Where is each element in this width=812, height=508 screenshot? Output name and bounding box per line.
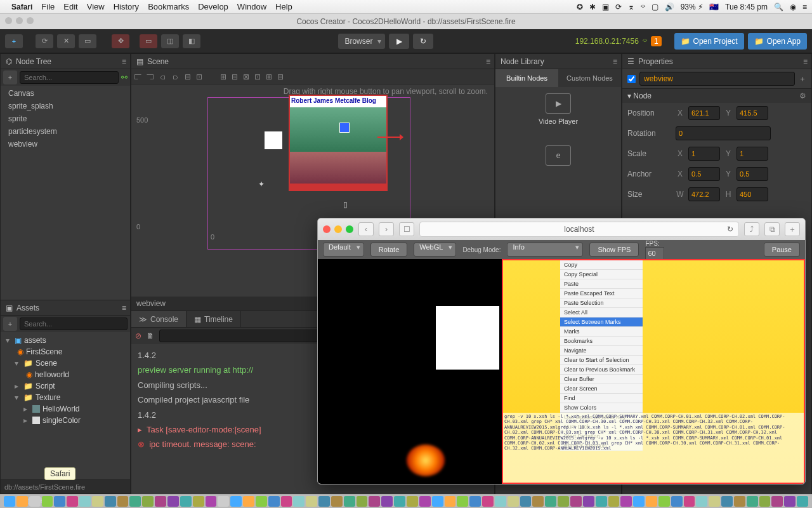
tool-move[interactable]: ✥ bbox=[112, 34, 129, 48]
dock-app-icon[interactable] bbox=[369, 496, 380, 507]
dock-app-icon[interactable] bbox=[142, 496, 154, 507]
tool-rect[interactable]: ▭ bbox=[140, 34, 157, 48]
dock-app-icon[interactable] bbox=[520, 496, 532, 507]
dock-app-icon[interactable] bbox=[318, 496, 330, 507]
dock-app-icon[interactable] bbox=[4, 496, 15, 507]
add-node-button[interactable]: + bbox=[5, 34, 23, 48]
position-x-input[interactable]: 621.1 bbox=[688, 106, 720, 120]
tool-widget[interactable]: ▭ bbox=[79, 34, 96, 48]
siri-icon[interactable]: ◉ bbox=[790, 3, 796, 11]
dock-app-icon[interactable] bbox=[206, 496, 217, 507]
menu-file[interactable]: File bbox=[41, 2, 55, 11]
dock-app-icon[interactable] bbox=[457, 496, 468, 507]
clock[interactable]: Tue 8:45 pm bbox=[725, 3, 768, 11]
reload-icon[interactable]: ↻ bbox=[727, 225, 733, 234]
anchor-x-input[interactable]: 0.5 bbox=[688, 167, 720, 181]
pause-button[interactable]: Pause bbox=[764, 243, 800, 257]
align-tool[interactable]: ⊟ bbox=[232, 72, 238, 81]
dock-app-icon[interactable] bbox=[469, 496, 481, 507]
panel-menu-icon[interactable]: ≡ bbox=[486, 57, 490, 66]
address-bar[interactable]: localhost↻ bbox=[419, 222, 739, 237]
tray-icon[interactable]: ✱ bbox=[589, 3, 596, 11]
back-button[interactable]: ‹ bbox=[358, 222, 374, 236]
align-tool[interactable]: ⊡ bbox=[196, 72, 202, 81]
webview-item-icon[interactable]: e bbox=[546, 145, 571, 166]
dock-app-icon[interactable] bbox=[633, 496, 645, 507]
dock-app-icon[interactable] bbox=[306, 496, 317, 507]
dock-app-icon[interactable] bbox=[709, 496, 720, 507]
fps-input[interactable]: 60 bbox=[645, 247, 664, 260]
size-h-input[interactable]: 450 bbox=[737, 187, 768, 201]
dock-app-icon[interactable] bbox=[583, 496, 594, 507]
dock-app-icon[interactable] bbox=[256, 496, 267, 507]
menu-bookmarks[interactable]: Bookmarks bbox=[148, 2, 189, 11]
particle-gizmo-icon[interactable]: ✦ bbox=[258, 180, 265, 189]
dock-app-icon[interactable] bbox=[620, 496, 632, 507]
node-active-checkbox[interactable] bbox=[627, 75, 636, 83]
tool-anchor[interactable]: ◫ bbox=[161, 34, 179, 48]
dock-app-icon[interactable] bbox=[92, 496, 103, 507]
video-player-icon[interactable]: ▶ bbox=[546, 93, 571, 114]
timeline-tab[interactable]: ▦Timeline bbox=[187, 311, 241, 327]
scale-x-input[interactable]: 1 bbox=[688, 147, 720, 161]
dock-app-icon[interactable] bbox=[734, 496, 745, 507]
dock-app-icon[interactable] bbox=[29, 496, 41, 507]
asset-item[interactable]: ▾▣assets bbox=[1, 335, 130, 346]
sprite-node[interactable] bbox=[265, 131, 282, 149]
dock-app-icon[interactable] bbox=[193, 496, 204, 507]
flag-icon[interactable]: 🇦🇺 bbox=[709, 3, 719, 11]
asset-item[interactable]: ▾📁Scene bbox=[1, 358, 130, 369]
dock-app-icon[interactable] bbox=[545, 496, 556, 507]
tool-close[interactable]: ✕ bbox=[57, 34, 75, 48]
wifi-icon[interactable]: ⌔ bbox=[641, 3, 645, 11]
align-tool[interactable]: ⊞ bbox=[220, 72, 226, 81]
node-library-item[interactable]: Video Player bbox=[539, 117, 578, 125]
selection-handle[interactable] bbox=[339, 123, 350, 133]
asset-item[interactable]: ◉FirstScene bbox=[1, 346, 130, 358]
dock-app-icon[interactable] bbox=[508, 496, 519, 507]
tool-scale[interactable]: ◧ bbox=[183, 34, 200, 48]
gear-icon[interactable]: ⚙ bbox=[799, 91, 806, 100]
tree-node[interactable]: sprite_splash bbox=[1, 100, 130, 112]
show-fps-button[interactable]: Show FPS bbox=[589, 243, 639, 257]
webview-gizmo-icon[interactable]: ▯ bbox=[343, 200, 348, 209]
volume-icon[interactable]: 🔊 bbox=[665, 3, 674, 11]
dock-app-icon[interactable] bbox=[67, 496, 78, 507]
asset-item[interactable]: ▸singleColor bbox=[1, 415, 130, 426]
open-app-button[interactable]: 📁Open App bbox=[748, 33, 807, 50]
align-tool[interactable]: ⊡ bbox=[254, 72, 261, 81]
tray-icon[interactable]: ✪ bbox=[577, 3, 583, 11]
dock-app-icon[interactable] bbox=[129, 496, 141, 507]
menu-history[interactable]: History bbox=[114, 2, 139, 11]
dock-app-icon[interactable] bbox=[558, 496, 569, 507]
dock-app-icon[interactable] bbox=[495, 496, 506, 507]
asset-item[interactable]: ◉helloworld bbox=[1, 369, 130, 380]
dock-app-icon[interactable] bbox=[42, 496, 53, 507]
dock-app-icon[interactable] bbox=[721, 496, 733, 507]
node-tree-search[interactable] bbox=[20, 71, 119, 84]
transform-arrow-x[interactable] bbox=[377, 137, 403, 138]
bluetooth-icon[interactable]: ⌆ bbox=[628, 3, 634, 11]
panel-menu-icon[interactable]: ≡ bbox=[613, 57, 617, 66]
dock-app-icon[interactable] bbox=[381, 496, 393, 507]
spotlight-icon[interactable]: 🔍 bbox=[774, 3, 783, 11]
zoom-window[interactable] bbox=[27, 17, 34, 24]
webview-node[interactable]: Robert James Metcalfe Blog bbox=[289, 95, 388, 191]
dock-app-icon[interactable] bbox=[671, 496, 683, 507]
rotate-button[interactable]: Rotate bbox=[370, 243, 407, 257]
menu-help[interactable]: Help bbox=[275, 2, 292, 11]
dock-app-icon[interactable] bbox=[532, 496, 544, 507]
tray-icon[interactable]: ▣ bbox=[602, 3, 609, 11]
dock-app-icon[interactable] bbox=[281, 496, 292, 507]
active-app-name[interactable]: Safari bbox=[11, 3, 32, 11]
tabs-button[interactable]: ⧉ bbox=[764, 222, 780, 236]
align-tool[interactable]: ⊠ bbox=[243, 72, 249, 81]
play-button[interactable]: ▶ bbox=[389, 34, 409, 49]
panel-menu-icon[interactable]: ≡ bbox=[803, 57, 808, 66]
panel-menu-icon[interactable]: ≡ bbox=[122, 304, 126, 312]
clear-console-button[interactable]: ⊘ bbox=[135, 331, 141, 340]
tray-icon[interactable]: ⟳ bbox=[615, 3, 622, 11]
reload-button[interactable]: ↻ bbox=[413, 34, 433, 49]
dock-app-icon[interactable] bbox=[759, 496, 771, 507]
dock-app-icon[interactable] bbox=[747, 496, 758, 507]
